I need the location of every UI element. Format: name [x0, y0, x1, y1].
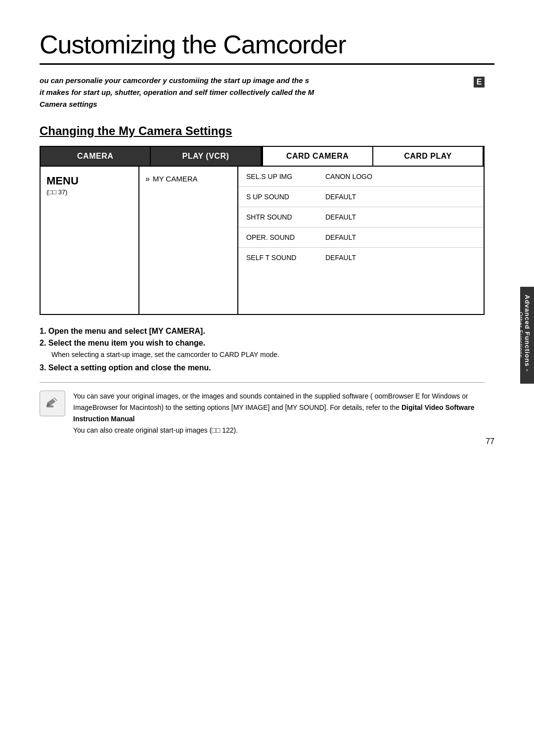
menu-row-1: S UP SOUND DEFAULT [238, 187, 484, 207]
menu-row-label-1: S UP SOUND [246, 193, 325, 201]
page-container: Customizing the Camcorder ou can persona… [0, 0, 534, 466]
tab-play-vcr[interactable]: PLAY (VCR) [151, 147, 261, 166]
section-heading: Changing the My Camera Settings [40, 124, 494, 138]
menu-row-label-0: SEL.S UP IMG [246, 173, 325, 180]
menu-center-panel: » MY CAMERA [139, 167, 238, 314]
menu-row-2: SHTR SOUND DEFAULT [238, 207, 484, 227]
menu-center-label: MY CAMERA [153, 175, 198, 183]
side-tab-main: Advanced Functions - [524, 295, 531, 372]
tab-card-play[interactable]: CARD PLAY [373, 147, 484, 166]
menu-row-value-4: DEFAULT [325, 254, 356, 262]
intro-text: ou can personalie your camcorder y custo… [40, 75, 494, 110]
step-2-sub: When selecting a start-up image, set the… [51, 351, 485, 358]
menu-left-panel: MENU (□□ 37) [41, 167, 139, 314]
step-3-number: 3. [40, 363, 46, 372]
menu-area: MENU (□□ 37) » MY CAMERA SEL.S UP IMG CA… [40, 167, 485, 315]
pencil-icon [44, 396, 60, 411]
tab-bar: CAMERA PLAY (VCR) CARD CAMERA CARD PLAY [40, 146, 485, 167]
title-underline [40, 63, 494, 65]
menu-row-value-2: DEFAULT [325, 213, 356, 221]
note-icon [40, 391, 65, 416]
step-3-text: Select a setting option and close the me… [48, 363, 211, 372]
menu-row-value-3: DEFAULT [325, 233, 356, 241]
step-1-text: Open the menu and select [MY CAMERA]. [48, 327, 205, 335]
steps-section: 1. Open the menu and select [MY CAMERA].… [40, 327, 485, 372]
step-3: 3. Select a setting option and close the… [40, 363, 485, 372]
intro-line2: it makes for start up, shutter, operatio… [40, 88, 314, 96]
menu-row-label-3: OPER. SOUND [246, 233, 325, 241]
step-1-number: 1. [40, 327, 46, 335]
menu-row-value-1: DEFAULT [325, 193, 356, 201]
step-2-text: Select the menu item you wish to change. [48, 339, 205, 347]
tab-camera[interactable]: CAMERA [41, 147, 151, 166]
intro-line1: ou can personalie your camcorder y custo… [40, 76, 309, 85]
note-text3: You can also create original start-up im… [73, 426, 238, 434]
note-section: You can save your original images, or th… [40, 382, 485, 436]
step-2-number: 2. [40, 339, 46, 347]
menu-row-value-0: CANON LOGO [325, 173, 372, 180]
e-badge: E [474, 77, 485, 88]
tab-card-camera[interactable]: CARD CAMERA [263, 147, 373, 166]
page-number: 77 [486, 437, 494, 446]
menu-row-label-4: SELF T SOUND [246, 254, 325, 262]
side-tab: Advanced Functions - Other Functions [520, 287, 534, 384]
side-tab-sub: Other Functions [518, 312, 524, 358]
menu-row-label-2: SHTR SOUND [246, 213, 325, 221]
note-text: You can save your original images, or th… [73, 391, 485, 436]
menu-row-4: SELF T SOUND DEFAULT [238, 248, 484, 267]
menu-label: MENU [46, 175, 133, 187]
step-2: 2. Select the menu item you wish to chan… [40, 339, 485, 348]
arrow-icon: » [145, 175, 150, 183]
intro-line3: Camera settings [40, 100, 97, 108]
menu-right-panel: SEL.S UP IMG CANON LOGO S UP SOUND DEFAU… [238, 167, 484, 314]
step-1: 1. Open the menu and select [MY CAMERA]. [40, 327, 485, 336]
menu-row-0: SEL.S UP IMG CANON LOGO [238, 167, 484, 187]
menu-ref: (□□ 37) [46, 188, 133, 196]
menu-row-3: OPER. SOUND DEFAULT [238, 227, 484, 248]
page-title: Customizing the Camcorder [40, 30, 494, 59]
